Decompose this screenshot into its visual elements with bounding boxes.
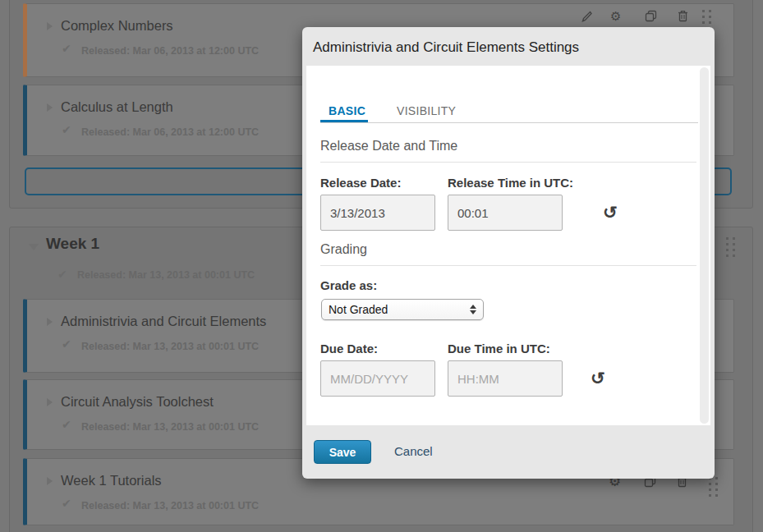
release-time-input[interactable] — [448, 195, 563, 231]
subsection-title: Calculus at Length — [61, 99, 173, 115]
expand-arrow-icon[interactable] — [47, 103, 53, 112]
save-button[interactable]: Save — [314, 440, 371, 464]
subsection-release-meta: Released: Mar 06, 2013 at 12:00 UTC — [81, 45, 259, 57]
check-icon: ✔ — [62, 418, 71, 431]
drag-handle-icon[interactable] — [726, 237, 735, 257]
page: Complex Numbers ✔ Released: Mar 06, 2013… — [0, 0, 763, 532]
edit-icon[interactable] — [581, 11, 592, 25]
due-date-input[interactable] — [320, 360, 435, 397]
check-icon: ✔ — [57, 268, 67, 281]
release-date-label: Release Date: — [320, 176, 401, 190]
grade-as-select[interactable]: Not Graded — [321, 299, 484, 320]
subsection-release-meta: Released: Mar 06, 2013 at 12:00 UTC — [81, 126, 259, 138]
check-icon: ✔ — [62, 123, 71, 136]
modal-scrollbar[interactable] — [700, 67, 709, 424]
check-icon: ✔ — [62, 337, 71, 351]
release-time-label: Release Time in UTC: — [448, 176, 573, 190]
modal-body: BASIC VISIBILITY Release Date and Time R… — [306, 66, 710, 425]
release-section-heading: Release Date and Time — [320, 139, 696, 163]
subsection-title: Circuit Analysis Toolchest — [61, 394, 214, 410]
subsection-title: Administrivia and Circuit Elements — [61, 314, 266, 329]
section-title: Week 1 — [46, 235, 99, 253]
collapse-arrow-icon[interactable] — [29, 244, 39, 250]
tab-divider — [320, 122, 698, 123]
reset-release-icon[interactable]: ↺ — [603, 204, 618, 221]
expand-arrow-icon[interactable] — [47, 477, 53, 485]
check-icon: ✔ — [62, 497, 71, 510]
cancel-button[interactable]: Cancel — [394, 444, 433, 458]
subsection-release-meta: Released: Mar 13, 2013 at 00:01 UTC — [81, 500, 259, 511]
due-time-input[interactable] — [448, 360, 563, 397]
subsection-title: Complex Numbers — [61, 18, 173, 34]
subsection-title: Week 1 Tutorials — [61, 473, 162, 488]
expand-arrow-icon[interactable] — [47, 22, 53, 30]
check-icon: ✔ — [62, 42, 71, 55]
settings-modal: Administrivia and Circuit Elements Setti… — [302, 27, 715, 479]
tab-visibility[interactable]: VISIBILITY — [397, 102, 456, 120]
release-date-input[interactable] — [320, 195, 435, 231]
settings-gear-icon[interactable]: ⚙ — [610, 10, 621, 22]
subsection-release-meta: Released: Mar 13, 2013 at 00:01 UTC — [81, 341, 259, 352]
duplicate-icon[interactable] — [645, 10, 657, 25]
section-release-meta: Released: Mar 13, 2013 at 00:01 UTC — [77, 269, 255, 281]
grading-section-heading: Grading — [320, 242, 696, 266]
reset-due-icon[interactable]: ↺ — [591, 369, 605, 387]
due-date-label: Due Date: — [320, 342, 378, 355]
due-time-label: Due Time in UTC: — [448, 342, 550, 355]
tab-basic[interactable]: BASIC — [329, 102, 365, 120]
expand-arrow-icon[interactable] — [47, 318, 53, 326]
grade-as-value: Not Graded — [329, 303, 470, 316]
modal-title: Administrivia and Circuit Elements Setti… — [313, 27, 579, 66]
grade-as-label: Grade as: — [320, 278, 377, 292]
subsection-release-meta: Released: Mar 13, 2013 at 00:01 UTC — [81, 421, 259, 433]
expand-arrow-icon[interactable] — [47, 398, 53, 406]
delete-icon[interactable] — [678, 10, 688, 25]
drag-handle-icon[interactable] — [709, 477, 718, 497]
select-arrows-icon — [470, 305, 476, 314]
